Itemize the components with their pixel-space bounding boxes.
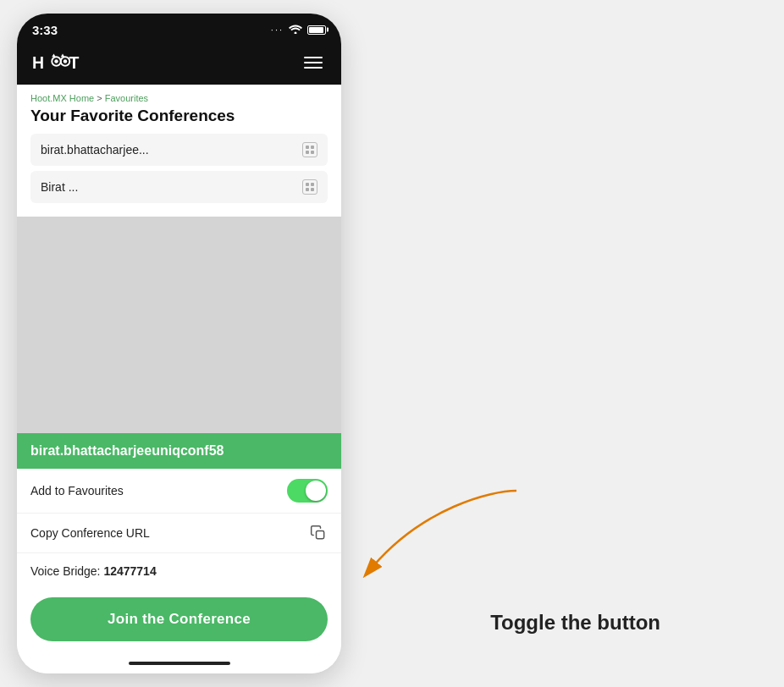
copy-icon[interactable] [309,524,328,542]
phone-container: 3:33 ··· H [17,14,341,673]
add-to-favourites-row: Add to Favourites [17,469,341,514]
voice-bridge-value: 12477714 [103,564,156,578]
menu-button[interactable] [301,53,326,72]
copy-conference-url-row[interactable]: Copy Conference URL [17,514,341,553]
annotation: Toggle the button [322,482,660,635]
svg-rect-9 [311,151,314,154]
home-bar [129,662,230,665]
status-icons: ··· [271,23,326,36]
hamburger-line-3 [304,67,323,69]
voice-bridge-label: Voice Bridge: 12477714 [30,564,157,578]
add-to-favourites-toggle[interactable] [287,479,328,503]
svg-rect-10 [306,183,309,186]
gray-overlay [17,217,341,433]
svg-rect-8 [306,151,309,154]
svg-rect-14 [317,531,324,539]
svg-rect-12 [306,188,309,191]
svg-point-4 [63,59,68,63]
hamburger-line-1 [304,57,323,58]
status-bar: 3:33 ··· [17,14,341,44]
signal-dots-icon: ··· [271,25,284,35]
home-indicator [17,653,341,673]
bottom-panel: birat.bhattacharjeeuniqconf58 Add to Fav… [17,433,341,653]
svg-rect-6 [306,146,309,149]
conference-banner: birat.bhattacharjeeuniqconf58 [17,433,341,469]
list-item[interactable]: birat.bhattacharjee... [30,134,328,166]
svg-rect-13 [311,188,314,191]
svg-text:T: T [69,53,80,72]
fav-item-name-2: Birat ... [41,180,78,194]
fav-item-icon-2 [302,179,317,195]
section-title: Your Favorite Conferences [30,107,328,125]
annotation-text: Toggle the button [490,611,660,635]
join-conference-button[interactable]: Join the Conference [30,597,328,641]
hamburger-line-2 [304,62,323,63]
app-header: H T [17,44,341,85]
voice-bridge-row: Voice Bridge: 12477714 [17,553,341,589]
svg-rect-7 [311,146,314,149]
breadcrumb: Hoot.MX Home > Favourites [30,93,328,103]
battery-icon [307,25,326,35]
favourites-section: Hoot.MX Home > Favourites Your Favorite … [17,85,341,217]
list-item[interactable]: Birat ... [30,171,328,203]
add-to-favourites-label: Add to Favourites [30,484,124,497]
fav-item-icon-1 [302,142,317,157]
annotation-arrow [322,482,542,592]
conference-banner-text: birat.bhattacharjeeuniqconf58 [30,443,224,459]
toggle-slider [287,479,328,503]
breadcrumb-home[interactable]: Hoot.MX Home [30,93,94,103]
logo-area: H T [32,51,83,74]
status-time: 3:33 [32,23,58,37]
copy-conference-url-label: Copy Conference URL [30,526,150,540]
svg-point-2 [54,59,58,63]
hoot-logo: H T [32,51,83,74]
fav-item-name-1: birat.bhattacharjee... [41,143,149,157]
main-content: Hoot.MX Home > Favourites Your Favorite … [17,85,341,673]
svg-text:H: H [32,53,44,72]
breadcrumb-current: Favourites [105,93,148,103]
breadcrumb-sep: > [97,93,104,103]
svg-rect-11 [311,183,314,186]
wifi-icon [289,23,302,36]
